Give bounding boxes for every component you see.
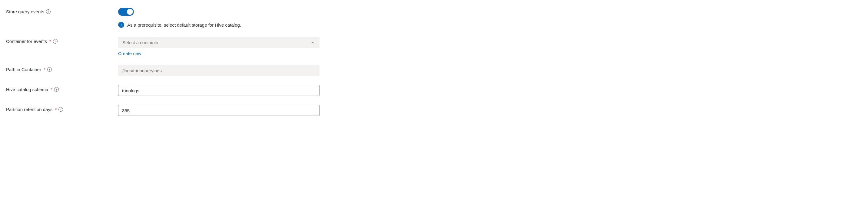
label-text: Hive catalog schema	[6, 87, 48, 92]
required-mark: *	[43, 67, 45, 72]
row-partition-retention-days: Partition retention days * i	[6, 105, 430, 116]
partition-retention-days-input[interactable]	[118, 105, 319, 116]
required-mark: *	[51, 87, 52, 92]
input-col-store-query-events: i As a prerequisite, select default stor…	[118, 7, 319, 28]
input-col-container-for-events: Select a container Create new	[118, 37, 319, 56]
row-store-query-events: Store query events i i As a prerequisite…	[6, 7, 430, 28]
label-text: Path in Container	[6, 67, 41, 72]
label-container-for-events: Container for events * i	[6, 37, 118, 44]
info-message: i As a prerequisite, select default stor…	[118, 22, 319, 28]
create-new-link[interactable]: Create new	[118, 51, 142, 56]
path-in-container-field: /logs/trinoquerylogs	[118, 65, 319, 76]
info-icon[interactable]: i	[46, 9, 51, 14]
required-mark: *	[55, 107, 57, 112]
hive-catalog-schema-input[interactable]	[118, 85, 319, 96]
row-path-in-container: Path in Container * i /logs/trinoquerylo…	[6, 65, 430, 76]
input-col-partition-retention-days	[118, 105, 319, 116]
row-container-for-events: Container for events * i Select a contai…	[6, 37, 430, 56]
required-mark: *	[50, 39, 51, 44]
info-icon[interactable]: i	[53, 39, 58, 43]
input-col-hive-catalog-schema	[118, 85, 319, 96]
settings-form: Store query events i i As a prerequisite…	[6, 7, 430, 116]
path-placeholder: /logs/trinoquerylogs	[122, 68, 162, 73]
row-hive-catalog-schema: Hive catalog schema * i	[6, 85, 430, 96]
info-badge-icon: i	[118, 22, 124, 28]
info-icon[interactable]: i	[47, 67, 52, 72]
label-text: Store query events	[6, 9, 44, 14]
select-placeholder: Select a container	[122, 40, 159, 45]
label-text: Container for events	[6, 39, 47, 44]
input-col-path-in-container: /logs/trinoquerylogs	[118, 65, 319, 76]
info-message-text: As a prerequisite, select default storag…	[127, 22, 241, 28]
label-text: Partition retention days	[6, 107, 52, 112]
label-path-in-container: Path in Container * i	[6, 65, 118, 72]
toggle-store-query-events[interactable]	[118, 8, 134, 16]
label-partition-retention-days: Partition retention days * i	[6, 105, 118, 112]
select-container[interactable]: Select a container	[118, 37, 319, 48]
chevron-down-icon	[311, 40, 315, 44]
label-hive-catalog-schema: Hive catalog schema * i	[6, 85, 118, 92]
label-store-query-events: Store query events i	[6, 7, 118, 14]
info-icon[interactable]: i	[54, 87, 59, 92]
info-icon[interactable]: i	[58, 107, 63, 112]
